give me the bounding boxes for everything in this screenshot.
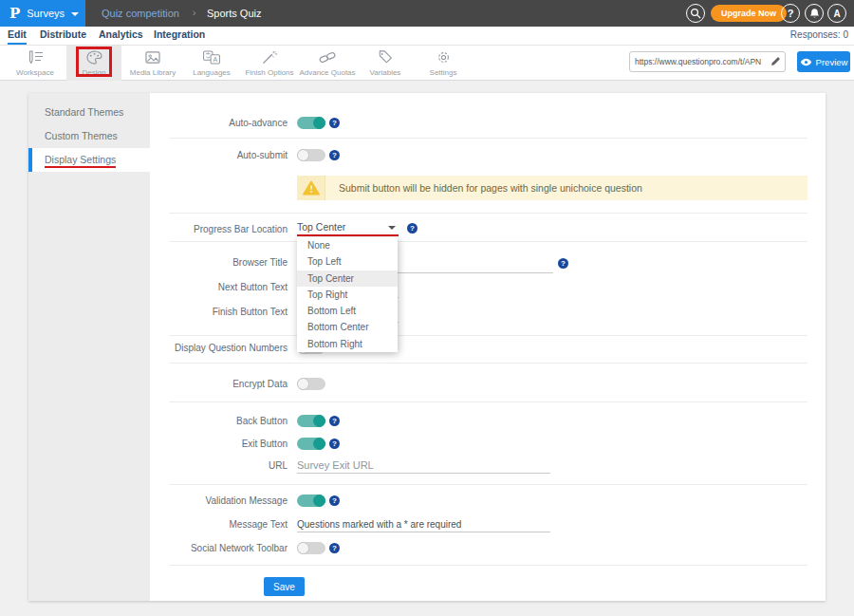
design-panel: Standard Themes Custom Themes Display Se…	[28, 93, 826, 601]
divider	[169, 484, 808, 485]
progress-bar-location-label: Progress Bar Location	[150, 224, 288, 234]
toolbar-item-media-library[interactable]: Media Library	[125, 46, 180, 81]
browser-title-help-icon[interactable]: ?	[558, 258, 568, 269]
display-question-numbers-label: Display Question Numbers	[150, 343, 288, 353]
message-text-input[interactable]	[297, 516, 550, 532]
toolbar-item-label: Settings	[430, 68, 457, 77]
toolbar-item-label: Finish Options	[245, 68, 293, 77]
top-bar: P Surveys Quiz competition › Sports Quiz…	[0, 0, 854, 27]
save-button[interactable]: Save	[264, 577, 305, 596]
sidebar-item-custom-themes[interactable]: Custom Themes	[28, 124, 150, 148]
help-icon[interactable]: ?	[781, 4, 800, 23]
progress-bar-annotation-red-underline	[297, 234, 399, 236]
back-button-toggle[interactable]	[297, 415, 325, 427]
divider	[169, 363, 808, 364]
toolbar-item-label: Variables	[370, 68, 401, 77]
toggle-knob	[313, 438, 325, 450]
sidebar-item-display-settings[interactable]: Display Settings	[28, 148, 150, 172]
preview-button-label: Preview	[816, 57, 848, 67]
breadcrumb-parent[interactable]: Quiz competition	[102, 8, 179, 19]
back-button-label: Back Button	[150, 416, 288, 426]
tab-distribute[interactable]: Distribute	[40, 27, 86, 45]
submit-hidden-warning-banner: Submit button will be hidden for pages w…	[297, 176, 808, 200]
progress-bar-location-value: Top Center	[297, 221, 345, 233]
browser-title-label: Browser Title	[150, 257, 288, 268]
toolbar-item-languages[interactable]: A Languages	[184, 46, 239, 81]
search-icon[interactable]	[686, 4, 705, 23]
auto-submit-help-icon[interactable]: ?	[329, 150, 340, 160]
divider	[169, 401, 808, 402]
toolbar-item-variables[interactable]: Variables	[358, 46, 413, 81]
menu-item-bottom-left[interactable]: Bottom Left	[297, 303, 398, 319]
design-toolbar: Workspace Design Media Library A Languag…	[0, 46, 854, 81]
app-window: P Surveys Quiz competition › Sports Quiz…	[0, 0, 854, 616]
menu-item-top-right[interactable]: Top Right	[297, 287, 398, 303]
social-network-toolbar-help-icon[interactable]: ?	[329, 543, 340, 553]
toggle-knob	[313, 415, 325, 427]
chain-links-icon	[318, 50, 337, 66]
back-button-help-icon[interactable]: ?	[329, 416, 340, 426]
menu-item-top-left[interactable]: Top Left	[297, 253, 398, 270]
media-library-icon	[144, 50, 161, 66]
toolbar-item-label: Media Library	[130, 68, 176, 77]
sidebar-item-label: Standard Themes	[45, 106, 123, 118]
exit-url-label: URL	[150, 460, 288, 471]
progress-bar-location-select[interactable]: Top Center	[297, 221, 399, 235]
auto-advance-toggle[interactable]	[297, 117, 325, 129]
survey-url-field-group	[629, 51, 786, 72]
auto-advance-help-icon[interactable]: ?	[329, 118, 340, 128]
validation-message-help-icon[interactable]: ?	[329, 495, 340, 506]
toggle-knob	[297, 149, 309, 161]
warning-text: Submit button will be hidden for pages w…	[325, 176, 808, 200]
upgrade-now-button[interactable]: Upgrade Now	[711, 5, 787, 22]
toolbar-item-finish-options[interactable]: Finish Options	[242, 46, 297, 81]
encrypt-data-toggle[interactable]	[297, 378, 325, 390]
svg-text:A: A	[213, 55, 217, 62]
social-network-toolbar-toggle[interactable]	[297, 542, 325, 554]
edit-url-pencil-icon[interactable]	[766, 57, 785, 66]
surveys-menu-label: Surveys	[27, 8, 65, 19]
tab-analytics[interactable]: Analytics	[99, 27, 143, 45]
surveys-menu[interactable]: P Surveys	[0, 0, 85, 27]
progress-bar-help-icon[interactable]: ?	[407, 223, 418, 233]
questionpro-logo-icon: P	[9, 5, 20, 22]
toolbar-item-label: Workspace	[16, 68, 54, 77]
divider	[169, 565, 808, 566]
preview-button[interactable]: Preview	[797, 51, 850, 72]
breadcrumb-current: Sports Quiz	[207, 8, 261, 19]
auto-advance-label: Auto-advance	[150, 118, 288, 128]
toggle-knob	[297, 542, 309, 554]
design-annotation-red-box	[76, 47, 112, 77]
exit-button-toggle[interactable]	[297, 438, 325, 450]
toolbar-item-advance-quotas[interactable]: Advance Quotas	[300, 46, 355, 81]
menu-item-bottom-center[interactable]: Bottom Center	[297, 319, 398, 335]
avatar[interactable]: A	[827, 4, 846, 23]
menu-item-bottom-right[interactable]: Bottom Right	[297, 336, 398, 352]
toolbar-item-workspace[interactable]: Workspace	[8, 46, 63, 81]
next-button-text-label: Next Button Text	[150, 282, 288, 292]
survey-url-input[interactable]	[630, 57, 766, 66]
finish-button-text-label: Finish Button Text	[150, 307, 288, 317]
chevron-down-icon	[388, 226, 396, 230]
tab-integration[interactable]: Integration	[154, 27, 205, 45]
exit-button-help-icon[interactable]: ?	[329, 439, 340, 449]
menu-item-none[interactable]: None	[297, 237, 398, 253]
social-network-toolbar-label: Social Network Toolbar	[150, 543, 288, 553]
breadcrumb-separator: ›	[193, 8, 195, 18]
toolbar-item-label: Advance Quotas	[299, 68, 355, 77]
exit-url-input[interactable]	[297, 457, 550, 474]
gear-icon	[436, 50, 452, 66]
menu-item-top-center[interactable]: Top Center	[297, 271, 398, 287]
tab-edit[interactable]: Edit	[8, 27, 27, 45]
notifications-bell-icon[interactable]	[805, 4, 824, 23]
validation-message-toggle[interactable]	[297, 495, 325, 507]
sidebar-item-standard-themes[interactable]: Standard Themes	[28, 101, 150, 124]
eye-icon	[800, 58, 812, 66]
auto-submit-toggle[interactable]	[297, 149, 325, 161]
toggle-knob	[313, 495, 325, 507]
toolbar-item-settings[interactable]: Settings	[416, 46, 471, 81]
display-settings-form: Auto-advance ? Auto-submit ? Submit butt…	[150, 93, 826, 601]
exit-button-label: Exit Button	[150, 439, 288, 449]
survey-tab-bar: Edit Distribute Analytics Integration Re…	[0, 27, 854, 46]
chevron-down-icon	[71, 12, 79, 16]
